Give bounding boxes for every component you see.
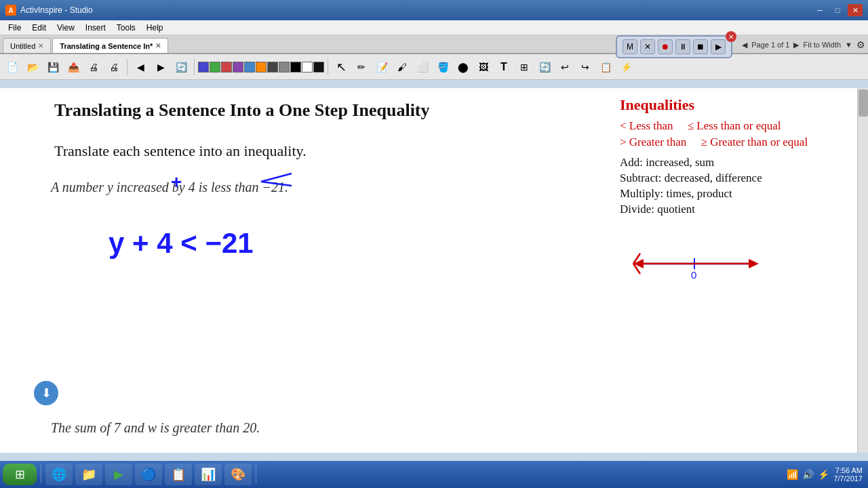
window-title: ActivInspire - Studio xyxy=(20,5,812,15)
minimize-button[interactable]: ─ xyxy=(812,4,827,16)
open-btn[interactable]: 📂 xyxy=(23,58,42,77)
tab-untitled-label: Untitled xyxy=(10,42,35,50)
back-btn[interactable]: ◀ xyxy=(131,58,150,77)
shape-tool[interactable]: ⬤ xyxy=(454,58,473,77)
menu-edit[interactable]: Edit xyxy=(26,22,52,34)
volume-icon[interactable]: 🔊 xyxy=(802,469,814,480)
redo-btn[interactable]: ↪ xyxy=(576,58,595,77)
print2-btn[interactable]: 🖨 xyxy=(104,58,123,77)
color-black2[interactable] xyxy=(313,62,324,73)
tab-untitled[interactable]: Untitled ✕ xyxy=(3,38,51,53)
pencil-tool[interactable]: 📝 xyxy=(372,58,391,77)
taskbar-media[interactable]: ▶ xyxy=(105,464,132,485)
start-button[interactable]: ⊞ xyxy=(3,464,37,485)
network-icon: 📶 xyxy=(787,469,798,480)
ineq-row2: > Greater than ≥ Greater than or equal xyxy=(620,136,837,149)
menu-insert[interactable]: Insert xyxy=(80,22,111,34)
refresh-btn[interactable]: 🔄 xyxy=(172,58,191,77)
system-tray: 📶 🔊 ⚡ 7:56 AM 7/7/2017 xyxy=(787,466,865,483)
tab-translating[interactable]: Translating a Sentence In* ✕ xyxy=(52,38,168,53)
extra-btn[interactable]: ⚡ xyxy=(616,58,635,77)
taskbar-sep1 xyxy=(41,465,41,484)
pages-btn[interactable]: 📋 xyxy=(596,58,615,77)
clock-date: 7/7/2017 xyxy=(833,474,863,483)
annotation-less-than-arrow xyxy=(258,168,298,192)
taskbar-chrome[interactable]: 🔵 xyxy=(135,464,162,485)
color-orange[interactable] xyxy=(256,62,267,73)
color-blue[interactable] xyxy=(198,62,209,73)
color-gray[interactable] xyxy=(279,62,290,73)
color-dark[interactable] xyxy=(267,62,278,73)
menu-tools[interactable]: Tools xyxy=(111,22,141,34)
toolbar: 📄 📂 💾 📤 🖨 🖨 ◀ ▶ 🔄 ↖ ✏ 📝 🖌 ⬜ 🪣 ⬤ 🖼 T ⊞ 🔄 … xyxy=(0,54,868,80)
page-back-icon[interactable]: ◀ xyxy=(742,41,747,49)
solution-area: y + 4 < −21 xyxy=(108,227,254,260)
undo-btn[interactable]: ↩ xyxy=(555,58,574,77)
menu-file[interactable]: File xyxy=(3,22,26,34)
color-green[interactable] xyxy=(210,62,220,73)
media-control: ✕ M ✕ ⏺ ⏸ ⏹ ▶ xyxy=(616,35,732,58)
taskbar-explorer[interactable]: 📁 xyxy=(75,464,102,485)
eraser-tool[interactable]: ⬜ xyxy=(413,58,432,77)
taskbar-excel[interactable]: 📊 xyxy=(195,464,222,485)
color-lightblue[interactable] xyxy=(244,62,255,73)
page-forward-icon[interactable]: ▶ xyxy=(793,41,799,49)
add-words: Add: increased, sum xyxy=(620,156,837,169)
media-stop-btn[interactable]: ✕ xyxy=(640,39,655,54)
color-white[interactable] xyxy=(302,62,313,73)
color-purple[interactable] xyxy=(233,62,243,73)
ineq-row1: < Less than ≤ Less than or equal xyxy=(620,119,837,133)
vertical-scrollbar[interactable] xyxy=(857,88,868,453)
menu-view[interactable]: View xyxy=(52,22,80,34)
app-icon: A xyxy=(5,5,16,16)
export-btn[interactable]: 📤 xyxy=(64,58,83,77)
download-indicator-icon[interactable]: ⬇ xyxy=(34,381,58,405)
forward-btn[interactable]: ▶ xyxy=(151,58,170,77)
solution1-text: y + 4 < −21 xyxy=(108,227,254,259)
greater-than-symbol-text: > Greater than xyxy=(620,136,686,148)
menu-help[interactable]: Help xyxy=(141,22,169,34)
pen-tool[interactable]: ✏ xyxy=(352,58,371,77)
inequalities-panel: Inequalities < Less than ≤ Less than or … xyxy=(620,96,837,287)
tab-untitled-close[interactable]: ✕ xyxy=(38,42,43,49)
taskbar-notepad[interactable]: 📋 xyxy=(165,464,192,485)
color-swatches xyxy=(198,62,324,73)
power-icon: ⚡ xyxy=(818,469,829,480)
tab-translating-close[interactable]: ✕ xyxy=(155,42,161,49)
media-play-btn[interactable]: ▶ xyxy=(711,39,726,54)
page-indicator-text: Page 1 of 1 xyxy=(751,41,789,49)
print-btn[interactable]: 🖨 xyxy=(84,58,103,77)
select-tool[interactable]: ↖ xyxy=(332,58,351,77)
fit-dropdown-icon[interactable]: ▼ xyxy=(845,41,852,49)
highlight-tool[interactable]: 🖌 xyxy=(393,58,412,77)
taskbar-paint[interactable]: 🎨 xyxy=(224,464,252,485)
toolbar-sep1 xyxy=(127,59,127,75)
maximize-button[interactable]: □ xyxy=(830,4,845,16)
canvas-area: Translating a Sentence Into a One Step I… xyxy=(0,88,857,453)
media-m-btn[interactable]: M xyxy=(623,39,637,54)
save-btn[interactable]: 💾 xyxy=(43,58,62,77)
media-close-button[interactable]: ✕ xyxy=(726,31,736,42)
word-associations: Add: increased, sum Subtract: decreased,… xyxy=(620,156,837,216)
media-fullstop-btn[interactable]: ⏹ xyxy=(693,39,708,54)
fill-tool[interactable]: 🪣 xyxy=(433,58,452,77)
text-tool[interactable]: T xyxy=(494,58,513,77)
close-button[interactable]: ✕ xyxy=(848,4,863,16)
rotate-tool[interactable]: 🔄 xyxy=(535,58,554,77)
media-pause-btn[interactable]: ⏸ xyxy=(675,39,690,54)
number-line-svg: 0 xyxy=(620,230,769,284)
media-record-btn[interactable]: ⏺ xyxy=(658,39,673,54)
main-canvas: Translating a Sentence Into a One Step I… xyxy=(0,88,857,453)
color-red[interactable] xyxy=(221,62,232,73)
image-tool[interactable]: 🖼 xyxy=(474,58,493,77)
new-btn[interactable]: 📄 xyxy=(3,58,22,77)
taskbar-ie[interactable]: 🌐 xyxy=(45,464,73,485)
fit-settings-icon[interactable]: ⚙ xyxy=(856,39,865,50)
number-line-area: 0 xyxy=(620,230,837,287)
scroll-thumb[interactable] xyxy=(859,89,868,117)
svg-line-1 xyxy=(261,182,292,186)
group-tool[interactable]: ⊞ xyxy=(515,58,534,77)
color-black[interactable] xyxy=(290,62,301,73)
greater-than-equal-text: ≥ Greater than or equal xyxy=(701,136,808,148)
fit-to-width-label[interactable]: Fit to Width xyxy=(803,41,841,49)
